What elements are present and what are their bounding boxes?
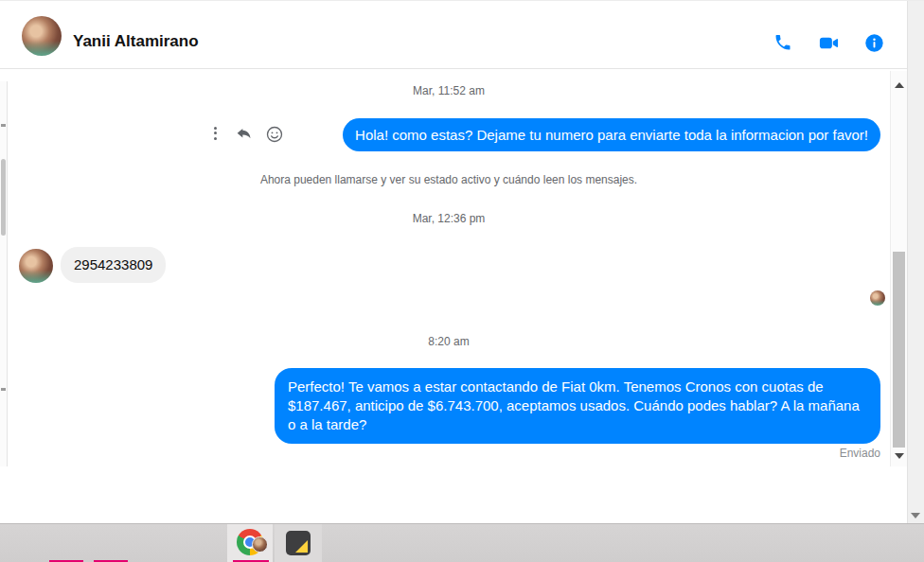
chat-header: Yanii Altamirano xyxy=(0,1,907,69)
left-scrollbar-thumb[interactable] xyxy=(1,159,6,236)
chat-scrollbar[interactable] xyxy=(890,71,907,466)
composer-bar: GIF xyxy=(0,471,907,523)
phone-call-icon[interactable] xyxy=(773,33,792,52)
contact-avatar[interactable] xyxy=(22,16,62,56)
more-options-icon[interactable] xyxy=(208,124,222,143)
dark-app-taskbar-cell[interactable] xyxy=(275,524,322,562)
react-emoji-icon[interactable] xyxy=(265,125,284,144)
chat-scrollbar-thumb[interactable] xyxy=(893,252,905,448)
left-scrollbar[interactable] xyxy=(0,81,8,466)
sent-status: Enviado xyxy=(840,447,880,460)
sender-avatar[interactable] xyxy=(19,249,53,283)
chrome-profile-taskbar-cell[interactable] xyxy=(227,524,273,562)
timestamp-3: 8:20 am xyxy=(8,335,890,348)
profile-photo-avatar xyxy=(252,536,268,553)
chrome-profile-icon[interactable] xyxy=(237,529,263,555)
contact-name[interactable]: Yanii Altamirano xyxy=(73,32,199,51)
scroll-up-arrow-icon[interactable] xyxy=(895,82,904,88)
scroll-down-arrow-icon[interactable] xyxy=(895,453,904,459)
timestamp-1: Mar, 11:52 am xyxy=(8,84,890,97)
system-notice: Ahora pueden llamarse y ver su estado ac… xyxy=(8,173,890,186)
window-scrollbar[interactable] xyxy=(907,1,924,523)
message-bubble-outgoing-long[interactable]: Perfecto! Te vamos a estar contactando d… xyxy=(275,368,880,444)
conversation-info-icon[interactable] xyxy=(864,33,884,53)
timestamp-2: Mar, 12:36 pm xyxy=(8,212,890,225)
windows-taskbar: ESP 08:21 26/6/2024 3 PRE xyxy=(0,523,924,562)
video-call-icon[interactable] xyxy=(818,32,840,54)
seen-indicator-avatar xyxy=(870,290,885,306)
window-scroll-down-arrow-icon[interactable] xyxy=(911,513,920,518)
message-bubble-incoming[interactable]: 2954233809 xyxy=(61,247,166,283)
reply-icon[interactable] xyxy=(235,125,254,144)
dark-app-icon[interactable] xyxy=(286,531,311,555)
messenger-window: Yanii Altamirano Mar, 11:52 am Hola! com… xyxy=(0,0,924,562)
left-scrollbar-tick xyxy=(1,388,6,391)
left-scrollbar-tick xyxy=(1,124,6,127)
message-bubble-outgoing[interactable]: Hola! como estas? Dejame tu numero para … xyxy=(343,118,880,151)
